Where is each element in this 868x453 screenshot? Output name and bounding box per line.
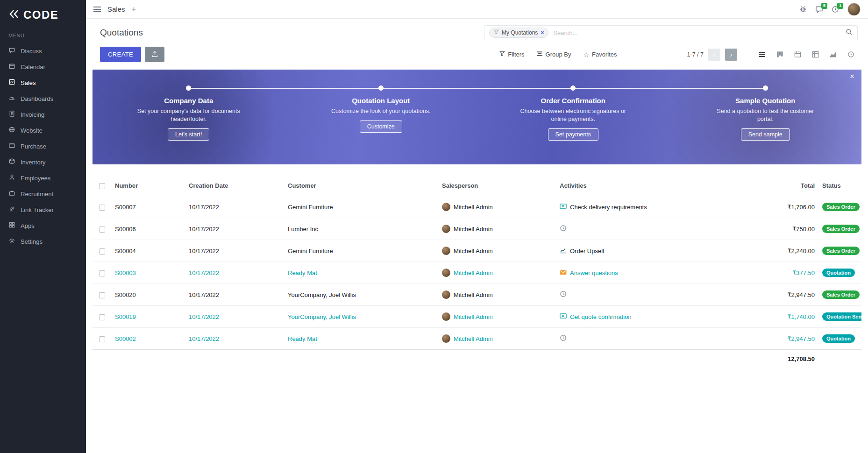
customize-button[interactable]: Customize [360,120,402,133]
sidebar-item-link-tracker[interactable]: Link Tracker [0,202,86,218]
pivot-view-icon[interactable] [808,49,822,61]
status-badge: Sales Order [822,247,860,255]
cell-number[interactable]: S00007 [111,196,185,218]
sidebar-item-discuss[interactable]: Discuss [0,43,86,59]
table-row[interactable]: S00004 10/17/2022 Gemini Furniture Mitch… [92,240,861,262]
money-activity-icon[interactable] [560,203,567,211]
step-description: Choose between electronic signatures or … [517,107,629,123]
salesperson-avatar [442,247,450,255]
sidebar-item-settings[interactable]: Settings [0,234,86,249]
sidebar-item-employees[interactable]: Employees [0,170,86,186]
calendar-view-icon[interactable] [790,49,804,61]
status-badge: Quotation [822,269,855,277]
cell-number[interactable]: S00019 [111,306,185,328]
list-view-icon[interactable] [755,49,769,61]
chart-activity-icon[interactable] [560,247,567,255]
page-title: Quotations [100,28,143,38]
settings-icon [8,237,15,246]
cell-number[interactable]: S00002 [111,328,185,350]
table-row[interactable]: S00002 10/17/2022 Ready Mat Mitchell Adm… [92,328,861,350]
pager-prev-button[interactable]: ‹ [708,49,720,61]
sidebar-nav: Discuss Calendar Sales Dashboards Invoic… [0,43,86,249]
lets-start-button[interactable]: Let's start! [168,128,209,141]
row-checkbox[interactable] [99,248,105,255]
select-all-checkbox[interactable] [99,183,105,189]
sidebar-item-invoicing[interactable]: Invoicing [0,106,86,122]
activity-view-icon[interactable] [844,49,858,61]
messages-icon[interactable]: 5 [815,6,823,13]
table-row[interactable]: S00003 10/17/2022 Ready Mat Mitchell Adm… [92,262,861,284]
sidebar-item-purchase[interactable]: Purchase [0,138,86,154]
column-header-total[interactable]: Total [753,176,818,196]
envelope-activity-icon[interactable] [560,269,567,276]
kanban-view-icon[interactable] [773,49,787,61]
table-row[interactable]: S00007 10/17/2022 Gemini Furniture Mitch… [92,196,861,218]
create-button[interactable]: CREATE [100,47,141,62]
salesperson-avatar [442,290,450,299]
cell-salesperson: Mitchell Admin [454,204,493,211]
table-row[interactable]: S00020 10/17/2022 YourCompany, Joel Will… [92,284,861,306]
step-dot [763,85,768,91]
search-icon[interactable] [846,28,853,37]
cell-number[interactable]: S00006 [111,218,185,240]
search-bar[interactable]: My Quotations × [484,25,858,40]
table-row[interactable]: S00019 10/17/2022 YourCompany, Joel Will… [92,306,861,328]
sidebar-item-dashboards[interactable]: Dashboards [0,91,86,106]
row-checkbox[interactable] [99,270,105,276]
row-checkbox[interactable] [99,336,105,342]
purchase-icon [8,142,15,150]
sidebar-item-apps[interactable]: Apps [0,218,86,234]
row-checkbox[interactable] [99,226,105,233]
column-header-salesperson[interactable]: Salesperson [438,176,556,196]
remove-filter-icon[interactable]: × [541,29,544,36]
main-area: Sales + 5 1 Quotations [86,0,868,453]
column-header-activities[interactable]: Activities [556,176,753,196]
cell-number[interactable]: S00004 [111,240,185,262]
sidebar-item-label: Link Tracker [21,206,54,213]
sidebar-item-calendar[interactable]: Calendar [0,59,86,75]
clock-activity-icon[interactable] [560,290,567,299]
group-by-button[interactable]: Group By [537,51,571,58]
step-description: Send a quotation to test the customer po… [709,107,821,123]
add-tab-button[interactable]: + [132,5,136,14]
search-filter-chip[interactable]: My Quotations × [489,28,548,38]
step-dot [378,85,384,91]
sidebar-item-recruitment[interactable]: Recruitment [0,186,86,202]
cell-number[interactable]: S00020 [111,284,185,306]
column-header-customer[interactable]: Customer [284,176,438,196]
export-button[interactable] [145,47,164,62]
onboarding-step-order-confirmation: Order Confirmation Choose between electr… [477,85,669,141]
favorites-button[interactable]: ☆ Favorites [583,51,617,58]
app-logo[interactable]: CODE [0,0,86,31]
step-title: Sample Quotation [735,97,795,105]
activities-clock-icon[interactable]: 1 [832,6,839,13]
send-sample-button[interactable]: Send sample [741,128,790,141]
row-checkbox[interactable] [99,292,105,298]
clock-activity-icon[interactable] [560,225,567,233]
table-row[interactable]: S00006 10/17/2022 Lumber Inc Mitchell Ad… [92,218,861,240]
money-activity-icon[interactable] [560,313,567,320]
column-header-number[interactable]: Number [111,176,185,196]
app-title[interactable]: Sales [107,5,125,13]
sidebar-item-inventory[interactable]: Inventory [0,154,86,170]
column-header-creation-date[interactable]: Creation Date [185,176,284,196]
website-icon [8,126,15,134]
group-by-button-label: Group By [546,51,571,58]
sidebar-item-sales[interactable]: Sales [0,75,86,91]
sidebar: CODE MENU Discuss Calendar Sales Dashboa… [0,0,86,453]
search-input[interactable] [552,29,842,37]
column-header-status[interactable]: Status [818,176,861,196]
control-panel: Quotations My Quotations × CREATE [86,19,868,70]
row-checkbox[interactable] [99,314,105,320]
pager-next-button[interactable]: › [725,49,737,61]
set-payments-button[interactable]: Set payments [548,128,598,141]
debug-bug-icon[interactable] [799,6,807,13]
graph-view-icon[interactable] [826,49,840,61]
hamburger-menu-icon[interactable] [93,6,101,13]
sidebar-item-website[interactable]: Website [0,122,86,138]
cell-number[interactable]: S00003 [111,262,185,284]
clock-activity-icon[interactable] [560,334,567,343]
user-avatar[interactable] [847,3,861,16]
filters-button[interactable]: Filters [499,51,524,58]
row-checkbox[interactable] [99,205,105,211]
